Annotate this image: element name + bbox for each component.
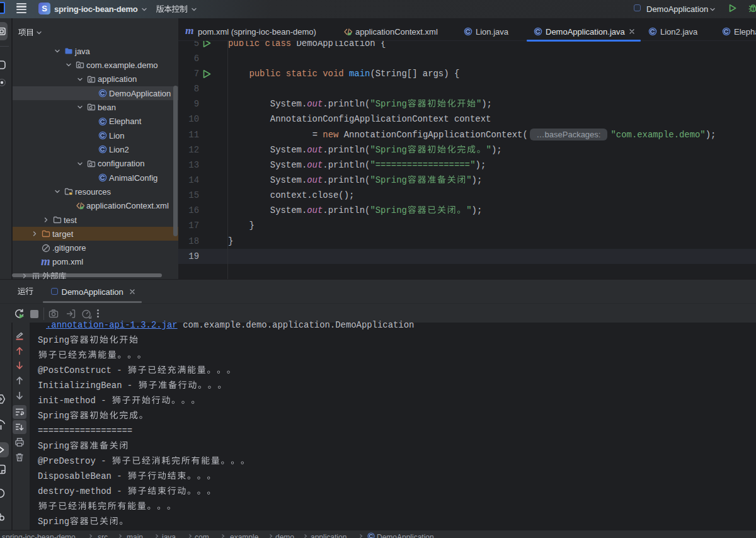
svg-text:m: m xyxy=(185,26,194,35)
svg-text:m: m xyxy=(41,257,50,266)
